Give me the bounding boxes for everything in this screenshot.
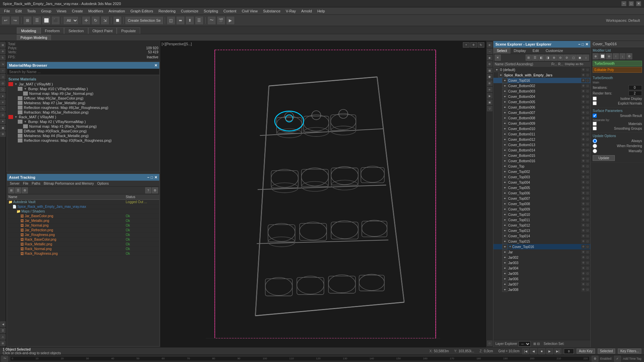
tree-action-icon[interactable]: ⚙ (581, 229, 585, 233)
tree-item[interactable]: 👁Cover_Top009⚙◻ (493, 206, 590, 212)
tree-action-icon[interactable]: ◻ (586, 73, 590, 77)
tree-item[interactable]: 👁Cover_Top005⚙◻ (493, 185, 590, 190)
menu-item-customize[interactable]: Customize (178, 8, 201, 14)
tree-action-icon[interactable]: ⚙ (581, 191, 585, 195)
menu-item-scripting[interactable]: Scripting (201, 8, 221, 14)
tree-action-icon[interactable]: ⚙ (581, 250, 585, 254)
vp-icon-3[interactable]: ◉ (487, 55, 492, 60)
asset-tb-help[interactable]: ? (145, 187, 151, 193)
tree-item[interactable]: 👁Cover_Bottom004⚙◻ (493, 94, 590, 99)
tree-item[interactable]: 👁Cover_Top013⚙◻ (493, 228, 590, 233)
vp-icon-6[interactable]: ⬢ (487, 74, 492, 79)
rack-metalness-map[interactable]: Metalness: Map #4 (Rack_Metallic.png) (18, 133, 158, 138)
rack-bump-map[interactable]: ▼ Bump: Map #2 ( VRayNormalMap ) (18, 119, 158, 124)
vp-icon-2[interactable]: ↔ (487, 49, 492, 54)
sidebar-icon-15[interactable]: ⚙ (0, 131, 6, 137)
tree-vis-icon[interactable]: 👁 (502, 277, 507, 281)
tree-action-icon[interactable]: ◻ (586, 89, 590, 93)
tree-vis-icon[interactable]: 👁 (502, 137, 507, 142)
last-frame-btn[interactable]: ▶| (554, 348, 561, 354)
tree-item[interactable]: 👁Cover_Bottom002⚙◻ (493, 83, 590, 88)
curve-editor-button[interactable]: 〜 (207, 16, 216, 25)
tree-item[interactable]: 👁Cover_Bottom011⚙◻ (493, 131, 590, 137)
tree-action-icon[interactable]: ◻ (586, 255, 590, 259)
jar-diffuse-map[interactable]: Diffuse: Map #6(Jar_BaseColor.png) (18, 96, 158, 101)
tree-action-icon[interactable]: ◻ (586, 245, 590, 249)
tree-item[interactable]: 👁Cover_Bottom012⚙◻ (493, 137, 590, 142)
jar-refraction-map[interactable]: Refraction: Map #5(Jar_Refrection.png) (18, 110, 158, 115)
tree-action-icon[interactable]: ◻ (586, 272, 590, 276)
tree-action-icon[interactable]: ⚙ (581, 78, 585, 82)
tree-action-icon[interactable]: ◻ (586, 137, 590, 141)
tree-action-icon[interactable]: ◻ (586, 159, 590, 163)
tree-vis-icon[interactable]: 👁 (502, 110, 507, 115)
tree-action-icon[interactable]: ⚙ (581, 100, 585, 104)
render-iters-input[interactable] (629, 91, 642, 96)
tree-item[interactable]: 👁Cover_Top014⚙◻ (493, 233, 590, 239)
tree-action-icon[interactable]: ◻ (586, 288, 590, 292)
tree-action-icon[interactable]: ◻ (586, 218, 590, 222)
tree-action-icon[interactable]: ◻ (586, 148, 590, 152)
tree-vis-icon[interactable]: 👁 (502, 105, 507, 110)
tree-action-icon[interactable]: ⚙ (581, 95, 585, 99)
asset-maximize[interactable]: □ (151, 175, 153, 180)
tree-vis-icon[interactable]: 👁 (502, 159, 507, 163)
se-tb-close[interactable]: ✕ (495, 55, 501, 61)
tree-action-icon[interactable]: ◻ (586, 239, 590, 243)
subtab-polygon-modeling[interactable]: Polygon Modeling (17, 35, 51, 40)
menu-item-rendering[interactable]: Rendering (156, 8, 178, 14)
sidebar-icon-5[interactable]: ○ (0, 68, 6, 73)
tree-item[interactable]: 👁Cover_Bottom013⚙◻ (493, 142, 590, 147)
tree-vis-icon[interactable]: 👁 (502, 191, 507, 195)
smooth-result-checkbox[interactable] (593, 114, 597, 118)
tree-item[interactable]: 👁Cover_Bottom006⚙◻ (493, 105, 590, 110)
tree-action-icon[interactable]: ⚙ (581, 132, 585, 136)
tree-vis-icon[interactable]: 👁 (502, 175, 507, 179)
tree-action-icon[interactable]: ⚙ (581, 239, 585, 243)
tree-vis-icon[interactable]: 👁 (502, 94, 507, 99)
sidebar-icon-bottom-2[interactable]: ☰ (0, 328, 6, 333)
tree-action-icon[interactable]: ◻ (586, 116, 590, 120)
tree-vis-icon[interactable]: 👁 (502, 116, 507, 120)
tree-action-icon[interactable]: ⚙ (581, 116, 585, 120)
tree-item[interactable]: 👁Jar⚙◻ (493, 249, 590, 255)
rack-bump-expand[interactable]: ▼ (24, 120, 27, 123)
tab-object-paint[interactable]: Object Paint (88, 27, 117, 34)
mod-icon-6[interactable]: ⚙ (626, 53, 632, 59)
select-filter-dropdown[interactable]: All (64, 17, 78, 24)
manually-radio[interactable] (593, 149, 597, 153)
align-button[interactable]: ⬌ (176, 16, 185, 25)
tree-action-icon[interactable]: ◻ (586, 207, 590, 211)
tree-action-icon[interactable]: ◻ (586, 78, 590, 82)
asset-row[interactable]: 🖼 Jar_Metallic.pngOk (7, 219, 159, 223)
tree-action-icon[interactable]: ◻ (586, 127, 590, 131)
tree-vis-icon[interactable]: 👁 (494, 67, 499, 72)
rack-diffuse-map[interactable]: Diffuse: Map #0(Rack_BaseColor.png) (18, 129, 158, 133)
tree-action-icon[interactable]: ◻ (586, 84, 590, 88)
tree-action-icon[interactable]: ⚙ (581, 277, 585, 281)
update-button[interactable]: Update (593, 155, 615, 161)
layer-explorer-dropdown[interactable]: ─ (519, 341, 531, 347)
enabled-icon[interactable]: ✓ (614, 356, 621, 362)
se-tab-edit[interactable]: Edit (529, 48, 542, 54)
material-search-input[interactable] (7, 69, 159, 75)
se-tb-9[interactable]: ◼ (577, 55, 583, 61)
tree-action-icon[interactable]: ◻ (586, 132, 590, 136)
tree-action-icon[interactable]: ◻ (586, 282, 590, 286)
vp-icon-filter[interactable]: ▽ (487, 106, 492, 111)
rack-mat-expand[interactable]: ▼ (14, 115, 17, 119)
se-tb-6[interactable]: ⊖ (557, 55, 564, 61)
modifier-editable-poly[interactable]: Editable Poly (593, 67, 642, 73)
tree-action-icon[interactable]: ◻ (586, 154, 590, 158)
next-frame-btn[interactable]: ▶ (546, 348, 553, 354)
tree-action-icon[interactable]: ⚙ (581, 105, 585, 109)
tree-vis-icon[interactable]: 👁 (502, 126, 507, 131)
undo-button[interactable]: ↩ (1, 16, 10, 25)
viewport[interactable]: [+][Perspective][S...] (160, 41, 486, 347)
vp-icon-10[interactable]: ▣ (487, 100, 492, 105)
tree-action-icon[interactable]: ⚙ (581, 111, 585, 115)
asset-row[interactable]: 🖼 Rack_Normal.pngOk (7, 247, 159, 251)
maximize-button[interactable]: □ (629, 1, 634, 6)
se-tab-select[interactable]: Select (493, 48, 511, 54)
asset-row[interactable]: 🖼 Jar_Roughness.pngOk (7, 233, 159, 237)
